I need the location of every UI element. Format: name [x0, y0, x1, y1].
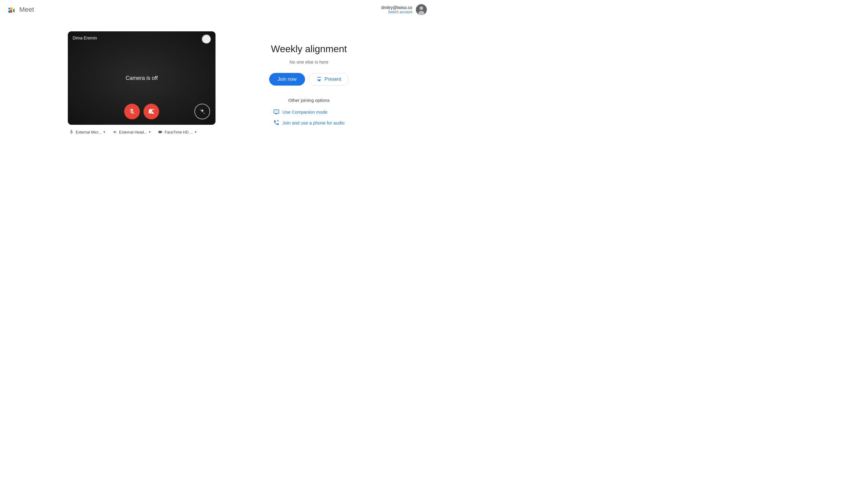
account-info: dmitry@twiso.co Switch account — [381, 5, 412, 14]
camera-device-name: FaceTime HD ... — [164, 130, 193, 134]
header: Meet dmitry@twiso.co Switch account — [0, 0, 434, 19]
video-preview: Dima Eremin ⋮ Camera is off — [68, 31, 216, 125]
speaker-selector[interactable]: External Head... ▾ — [113, 130, 151, 134]
avatar[interactable] — [416, 4, 427, 15]
effects-button[interactable] — [194, 104, 210, 119]
account-email: dmitry@twiso.co — [381, 5, 412, 10]
phone-audio-link[interactable]: Join and use a phone for audio — [273, 120, 344, 126]
speaker-device-name: External Head... — [119, 130, 147, 134]
camera-off-text: Camera is off — [126, 75, 158, 81]
speaker-chevron-icon[interactable]: ▾ — [149, 130, 151, 134]
effects-sparkle-icon — [199, 108, 206, 115]
phone-audio-icon — [273, 120, 279, 126]
svg-point-2 — [420, 6, 423, 10]
meeting-status: No one else is here — [289, 59, 328, 64]
camera-selector[interactable]: FaceTime HD ... ▾ — [158, 130, 196, 134]
join-now-button[interactable]: Join now — [269, 73, 305, 86]
companion-mode-icon — [273, 109, 279, 115]
mic-device-name: External Micr... — [76, 130, 101, 134]
mic-chevron-icon[interactable]: ▾ — [103, 130, 105, 134]
mic-toggle-button[interactable] — [124, 104, 140, 119]
google-meet-icon — [7, 5, 17, 14]
companion-mode-label: Use Companion mode — [282, 110, 327, 115]
mic-device-icon — [69, 130, 74, 134]
avatar-image — [416, 4, 427, 15]
main-content: Dima Eremin ⋮ Camera is off — [0, 19, 434, 147]
video-user-name: Dima Eremin — [73, 36, 97, 40]
camera-off-icon — [148, 108, 155, 115]
other-options-label: Other joining options — [288, 98, 330, 103]
mic-selector[interactable]: External Micr... ▾ — [69, 130, 105, 134]
mic-off-icon — [129, 108, 135, 115]
companion-mode-link[interactable]: Use Companion mode — [273, 109, 327, 115]
present-label: Present — [324, 76, 341, 82]
other-options: Use Companion mode Join and use a phone … — [273, 109, 344, 126]
logo-area: Meet — [7, 5, 34, 14]
video-more-button[interactable]: ⋮ — [202, 34, 211, 44]
camera-chevron-icon[interactable]: ▾ — [195, 130, 196, 134]
speaker-device-icon — [113, 130, 117, 134]
switch-account-link[interactable]: Switch account — [381, 10, 412, 14]
right-panel: Weekly alignment No one else is here Joi… — [252, 31, 366, 126]
app-title: Meet — [19, 6, 34, 13]
video-controls — [68, 104, 216, 119]
present-icon — [316, 76, 322, 82]
account-area: dmitry@twiso.co Switch account — [381, 4, 427, 15]
meeting-title: Weekly alignment — [271, 43, 347, 55]
camera-device-icon — [158, 130, 163, 134]
camera-toggle-button[interactable] — [144, 104, 159, 119]
video-container: Dima Eremin ⋮ Camera is off — [68, 31, 216, 134]
svg-rect-0 — [7, 5, 17, 14]
present-button[interactable]: Present — [309, 73, 349, 86]
join-buttons: Join now Present — [269, 73, 349, 86]
device-selectors: External Micr... ▾ External Head... ▾ Fa… — [68, 130, 216, 134]
phone-audio-label: Join and use a phone for audio — [282, 120, 344, 125]
